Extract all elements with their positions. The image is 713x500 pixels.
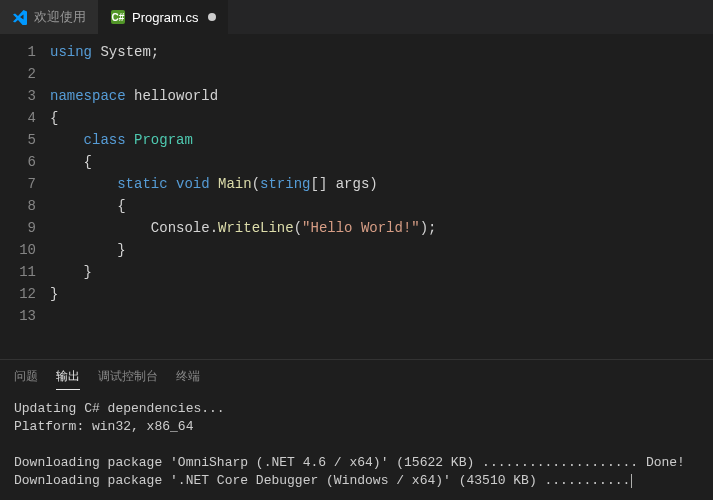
code-area[interactable]: using System; namespace helloworld{ clas… <box>50 41 713 359</box>
vscode-icon <box>12 9 28 25</box>
code-line[interactable]: } <box>50 261 713 283</box>
token-type: string <box>260 176 310 192</box>
token-indent <box>50 198 117 214</box>
panel-tab-0[interactable]: 问题 <box>14 368 38 390</box>
token-ident: args <box>336 176 370 192</box>
line-number: 10 <box>0 239 36 261</box>
token-punct: { <box>84 154 92 170</box>
line-number: 13 <box>0 305 36 327</box>
token-keyword: namespace <box>50 88 134 104</box>
tab-label: 欢迎使用 <box>34 8 86 26</box>
csharp-icon: C# <box>110 9 126 25</box>
code-line[interactable]: { <box>50 195 713 217</box>
code-line[interactable]: Console.WriteLine("Hello World!"); <box>50 217 713 239</box>
token-punct: ( <box>252 176 260 192</box>
token-punct: ) <box>369 176 377 192</box>
code-line[interactable] <box>50 63 713 85</box>
token-ident: helloworld <box>134 88 218 104</box>
panel-tabs: 问题输出调试控制台终端 <box>0 360 713 396</box>
token-punct: { <box>117 198 125 214</box>
token-keyword: static <box>117 176 176 192</box>
output-body[interactable]: Updating C# dependencies...Platform: win… <box>0 396 713 500</box>
token-punct: ( <box>294 220 302 236</box>
line-number: 9 <box>0 217 36 239</box>
panel-tab-2[interactable]: 调试控制台 <box>98 368 158 390</box>
panel-tab-3[interactable]: 终端 <box>176 368 200 390</box>
line-number: 11 <box>0 261 36 283</box>
output-line: Downloading package 'OmniSharp (.NET 4.6… <box>14 454 699 472</box>
line-number: 1 <box>0 41 36 63</box>
token-indent <box>50 132 84 148</box>
line-gutter: 12345678910111213 <box>0 41 50 359</box>
line-number: 3 <box>0 85 36 107</box>
output-line <box>14 436 699 454</box>
token-indent <box>50 264 84 280</box>
code-line[interactable]: using System; <box>50 41 713 63</box>
tab-0[interactable]: 欢迎使用 <box>0 0 98 34</box>
token-type: void <box>176 176 218 192</box>
token-punct: [] <box>310 176 335 192</box>
editor-tabs: 欢迎使用C#Program.cs <box>0 0 713 35</box>
line-number: 12 <box>0 283 36 305</box>
token-punct: ; <box>151 44 159 60</box>
dirty-indicator-icon <box>208 13 216 21</box>
svg-text:C#: C# <box>112 12 125 23</box>
token-punct: } <box>117 242 125 258</box>
code-editor[interactable]: 12345678910111213 using System; namespac… <box>0 35 713 359</box>
bottom-panel: 问题输出调试控制台终端 Updating C# dependencies...P… <box>0 359 713 500</box>
line-number: 6 <box>0 151 36 173</box>
code-line[interactable]: static void Main(string[] args) <box>50 173 713 195</box>
code-line[interactable]: { <box>50 107 713 129</box>
line-number: 4 <box>0 107 36 129</box>
token-ident: System <box>100 44 150 60</box>
code-line[interactable] <box>50 305 713 327</box>
tab-label: Program.cs <box>132 10 198 25</box>
token-method: Main <box>218 176 252 192</box>
token-keyword: using <box>50 44 100 60</box>
tab-1[interactable]: C#Program.cs <box>98 0 228 34</box>
token-punct: . <box>210 220 218 236</box>
token-punct: } <box>84 264 92 280</box>
code-line[interactable]: class Program <box>50 129 713 151</box>
token-method: WriteLine <box>218 220 294 236</box>
line-number: 8 <box>0 195 36 217</box>
line-number: 2 <box>0 63 36 85</box>
token-class: Program <box>134 132 193 148</box>
line-number: 7 <box>0 173 36 195</box>
token-indent <box>50 154 84 170</box>
code-line[interactable]: } <box>50 283 713 305</box>
token-keyword: class <box>84 132 134 148</box>
code-line[interactable]: { <box>50 151 713 173</box>
token-ident: Console <box>151 220 210 236</box>
token-punct: { <box>50 110 58 126</box>
output-line: Updating C# dependencies... <box>14 400 699 418</box>
output-line: Downloading package '.NET Core Debugger … <box>14 472 699 490</box>
code-line[interactable]: namespace helloworld <box>50 85 713 107</box>
cursor-icon <box>631 474 632 488</box>
panel-tab-1[interactable]: 输出 <box>56 368 80 390</box>
token-indent <box>50 220 151 236</box>
token-indent <box>50 176 117 192</box>
token-punct: } <box>50 286 58 302</box>
code-line[interactable]: } <box>50 239 713 261</box>
token-indent <box>50 242 117 258</box>
output-line: Platform: win32, x86_64 <box>14 418 699 436</box>
token-string: "Hello World!" <box>302 220 420 236</box>
line-number: 5 <box>0 129 36 151</box>
token-punct: ); <box>420 220 437 236</box>
